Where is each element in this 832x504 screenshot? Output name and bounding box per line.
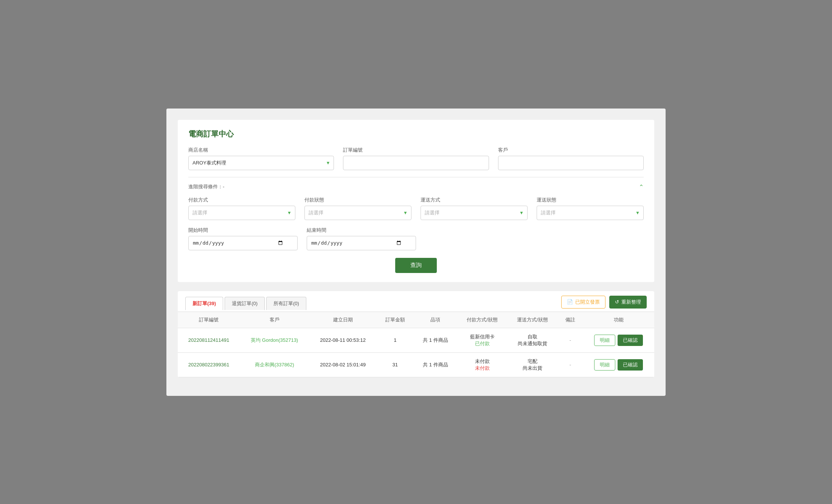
- tab-all-orders[interactable]: 所有訂單(0): [266, 297, 306, 310]
- invoice-icon: 📄: [567, 299, 573, 305]
- table-row: 202208112411491 英均 Gordon(352713) 2022-0…: [178, 328, 654, 352]
- page-title: 電商訂單中心: [188, 129, 644, 139]
- delivery-method-select[interactable]: 請選擇: [421, 206, 528, 220]
- payment-method-group: 付款方式 請選擇 ▼: [188, 197, 295, 220]
- customer-label: 客戶: [498, 147, 644, 154]
- query-btn-row: 查詢: [188, 258, 644, 273]
- end-time-label: 結束時間: [307, 227, 416, 234]
- confirm-button-1[interactable]: 已確認: [618, 359, 643, 371]
- customer-group: 客戶: [498, 147, 644, 170]
- cell-amount-1: 31: [377, 352, 414, 377]
- customer-link-0[interactable]: 英均 Gordon(352713): [251, 337, 298, 343]
- delivery-method-select-wrapper: 請選擇 ▼: [421, 206, 528, 220]
- order-number-group: 訂單編號: [343, 147, 489, 170]
- col-customer: 客戶: [240, 312, 309, 328]
- delivery-method-group: 運送方式 請選擇 ▼: [421, 197, 528, 220]
- end-time-wrapper: [307, 236, 416, 250]
- delivery-status-label: 運送狀態: [537, 197, 644, 203]
- cell-action-0: 明細 已確認: [583, 328, 654, 352]
- order-number-input[interactable]: [343, 156, 489, 170]
- store-group: 商店名稱 AROY泰式料理 ▼: [188, 147, 334, 170]
- reorganize-button[interactable]: ↺ 重新整理: [609, 296, 647, 309]
- cell-action-1: 明細 已確認: [583, 352, 654, 377]
- order-number-label: 訂單編號: [343, 147, 489, 154]
- col-order-id: 訂單編號: [178, 312, 240, 328]
- col-note: 備註: [557, 312, 583, 328]
- query-button[interactable]: 查詢: [395, 258, 437, 273]
- payment-status-select-wrapper: 請選擇 ▼: [304, 206, 411, 220]
- start-time-label: 開始時間: [188, 227, 298, 234]
- search-row-1: 商店名稱 AROY泰式料理 ▼ 訂單編號 客戶: [188, 147, 644, 170]
- customer-input[interactable]: [498, 156, 644, 170]
- start-time-input[interactable]: [188, 236, 298, 250]
- tabs-bar: 新訂單(39) 退貨訂單(0) 所有訂單(0) 📄 已開立發票 ↺ 重新整理: [178, 291, 654, 312]
- orders-table: 訂單編號 客戶 建立日期 訂單金額 品項 付款方式/狀態 運送方式/狀態 備註 …: [178, 312, 654, 377]
- payment-status-group: 付款狀態 請選擇 ▼: [304, 197, 411, 220]
- table-header-row: 訂單編號 客戶 建立日期 訂單金額 品項 付款方式/狀態 運送方式/狀態 備註 …: [178, 312, 654, 328]
- search-row-2: 付款方式 請選擇 ▼ 付款狀態 請選擇 ▼: [188, 197, 644, 220]
- advanced-header: 進階搜尋條件：- ⌃: [188, 183, 644, 191]
- start-time-wrapper: [188, 236, 298, 250]
- cell-customer-0: 英均 Gordon(352713): [240, 328, 309, 352]
- customer-link-1[interactable]: 商企和興(337862): [255, 362, 294, 368]
- tab-new-orders[interactable]: 新訂單(39): [185, 297, 223, 310]
- delivery-status-select-wrapper: 請選擇 ▼: [537, 206, 644, 220]
- end-time-group: 結束時間: [307, 227, 416, 250]
- store-label: 商店名稱: [188, 147, 334, 154]
- payment-method-select[interactable]: 請選擇: [188, 206, 295, 220]
- col-amount: 訂單金額: [377, 312, 414, 328]
- tab-return-orders[interactable]: 退貨訂單(0): [225, 297, 265, 310]
- advanced-section: 進階搜尋條件：- ⌃ 付款方式 請選擇 ▼ 付款狀態: [188, 177, 644, 273]
- start-time-group: 開始時間: [188, 227, 298, 250]
- cell-payment-1: 未付款 未付款: [457, 352, 508, 377]
- order-link-1[interactable]: 202208022399361: [188, 362, 229, 368]
- delivery-method-label: 運送方式: [421, 197, 528, 203]
- store-select-wrapper: AROY泰式料理 ▼: [188, 156, 334, 170]
- cell-note-0: -: [557, 328, 583, 352]
- payment-status-label: 付款狀態: [304, 197, 411, 203]
- reorganize-icon: ↺: [615, 299, 619, 305]
- search-panel: 電商訂單中心 商店名稱 AROY泰式料理 ▼ 訂單編號 客戶: [178, 120, 654, 282]
- collapse-icon[interactable]: ⌃: [639, 183, 644, 191]
- payment-status-select[interactable]: 請選擇: [304, 206, 411, 220]
- col-date: 建立日期: [309, 312, 376, 328]
- cell-delivery-0: 自取 尚未通知取貨: [507, 328, 557, 352]
- col-items: 品項: [414, 312, 457, 328]
- main-container: 電商訂單中心 商店名稱 AROY泰式料理 ▼ 訂單編號 客戶: [166, 109, 666, 396]
- payment-method-select-wrapper: 請選擇 ▼: [188, 206, 295, 220]
- col-action: 功能: [583, 312, 654, 328]
- cell-date-1: 2022-08-02 15:01:49: [309, 352, 376, 377]
- cell-date-0: 2022-08-11 00:53:12: [309, 328, 376, 352]
- tabs-left: 新訂單(39) 退貨訂單(0) 所有訂單(0): [185, 297, 306, 310]
- delivery-status-group: 運送狀態 請選擇 ▼: [537, 197, 644, 220]
- invoice-button[interactable]: 📄 已開立發票: [561, 296, 605, 309]
- store-select[interactable]: AROY泰式料理: [188, 156, 334, 170]
- payment-method-label: 付款方式: [188, 197, 295, 203]
- cell-order-id-1: 202208022399361: [178, 352, 240, 377]
- detail-button-0[interactable]: 明細: [594, 335, 615, 346]
- cell-items-0: 共 1 件商品: [414, 328, 457, 352]
- search-row-3: 開始時間 結束時間: [188, 227, 644, 250]
- confirm-button-0[interactable]: 已確認: [618, 335, 643, 346]
- detail-button-1[interactable]: 明細: [594, 359, 615, 371]
- orders-section: 新訂單(39) 退貨訂單(0) 所有訂單(0) 📄 已開立發票 ↺ 重新整理: [178, 291, 654, 377]
- order-link-0[interactable]: 202208112411491: [188, 337, 229, 343]
- cell-delivery-1: 宅配 尚未出貨: [507, 352, 557, 377]
- cell-order-id-0: 202208112411491: [178, 328, 240, 352]
- col-delivery: 運送方式/狀態: [507, 312, 557, 328]
- end-time-input[interactable]: [307, 236, 416, 250]
- cell-amount-0: 1: [377, 328, 414, 352]
- cell-payment-0: 藍新信用卡 已付款: [457, 328, 508, 352]
- advanced-label: 進階搜尋條件：-: [188, 183, 224, 190]
- cell-note-1: -: [557, 352, 583, 377]
- col-payment: 付款方式/狀態: [457, 312, 508, 328]
- tabs-right: 📄 已開立發票 ↺ 重新整理: [561, 296, 647, 312]
- cell-customer-1: 商企和興(337862): [240, 352, 309, 377]
- delivery-status-select[interactable]: 請選擇: [537, 206, 644, 220]
- table-row: 202208022399361 商企和興(337862) 2022-08-02 …: [178, 352, 654, 377]
- cell-items-1: 共 1 件商品: [414, 352, 457, 377]
